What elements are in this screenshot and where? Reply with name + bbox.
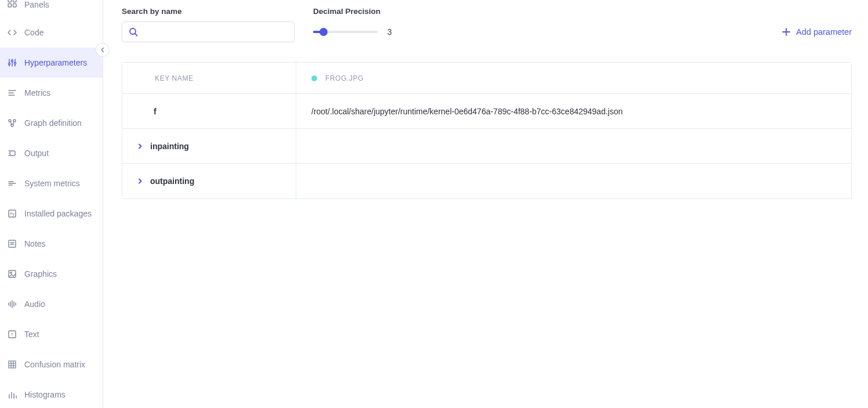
sidebar-item-label: System metrics (24, 179, 80, 188)
precision-row: 3 (313, 21, 392, 42)
sidebar-item-label: Confusion matrix (24, 360, 85, 369)
slider-thumb (319, 28, 328, 36)
svg-text:Py: Py (10, 212, 15, 216)
text-icon: T (7, 329, 17, 340)
key-name: f (154, 107, 157, 116)
sidebar-item-label: Output (24, 149, 49, 158)
sidebar-item-confusion-matrix[interactable]: Confusion matrix (0, 349, 103, 380)
header-key-label: KEY NAME (155, 74, 194, 82)
output-icon (7, 148, 17, 158)
sidebar-item-label: Panels (24, 0, 49, 9)
key-cell: outpainting (122, 164, 296, 198)
table-row: inpainting (122, 129, 851, 164)
key-cell: f (122, 94, 296, 128)
sidebar-item-installed-packages[interactable]: Py Installed packages (0, 198, 103, 229)
search-icon (129, 27, 138, 37)
sidebar-item-metrics[interactable]: Metrics (0, 78, 103, 108)
value-cell: /root/.local/share/jupyter/runtime/kerne… (296, 94, 851, 128)
sidebar-item-histograms[interactable]: Histograms (0, 380, 103, 408)
expand-row-button[interactable] (136, 177, 144, 185)
svg-rect-2 (8, 4, 12, 8)
header-value-cell: FROG.JPG (296, 63, 851, 93)
chevron-right-icon (137, 143, 143, 149)
svg-rect-0 (8, 0, 12, 2)
svg-rect-35 (9, 361, 16, 368)
precision-label: Decimal Precision (313, 7, 392, 16)
sidebar-item-notes[interactable]: Notes (0, 229, 103, 259)
histogram-icon (7, 389, 17, 400)
graph-icon (7, 118, 17, 128)
sidebar-item-label: Metrics (24, 88, 50, 98)
metrics-icon (7, 88, 17, 98)
sidebar-item-label: Installed packages (24, 209, 92, 218)
sidebar-item-panels[interactable]: Panels (0, 0, 103, 17)
sidebar-item-label: Notes (24, 239, 46, 248)
svg-text:T: T (11, 333, 14, 337)
svg-rect-23 (9, 240, 16, 247)
table-row: outpainting (122, 164, 851, 198)
svg-point-7 (8, 63, 10, 64)
svg-line-45 (135, 34, 137, 36)
plus-icon (782, 28, 790, 36)
sidebar-item-label: Audio (24, 299, 45, 309)
svg-point-9 (14, 62, 16, 64)
sidebar-item-label: Graphics (24, 269, 57, 279)
sidebar-collapse-button[interactable] (96, 43, 110, 57)
search-wrap (122, 21, 295, 42)
sidebar-item-graph-definition[interactable]: Graph definition (0, 108, 103, 138)
svg-rect-1 (13, 0, 17, 2)
search-group: Search by name (122, 7, 295, 42)
header-value-label: FROG.JPG (325, 74, 364, 82)
sidebar-item-output[interactable]: Output (0, 138, 103, 168)
svg-point-27 (10, 272, 12, 273)
status-dot-icon (311, 75, 317, 81)
value-cell (296, 129, 851, 163)
matrix-icon (7, 359, 17, 370)
precision-value: 3 (387, 27, 392, 37)
hyperparameters-table: KEY NAME FROG.JPG f /root/.local/share/j… (122, 62, 852, 199)
search-label: Search by name (122, 7, 295, 16)
sidebar-item-text[interactable]: T Text (0, 319, 103, 349)
toolbar: Search by name Decimal Precision 3 (122, 7, 852, 42)
notes-icon (7, 239, 17, 249)
svg-rect-3 (13, 4, 17, 8)
table-header-row: KEY NAME FROG.JPG (122, 63, 851, 94)
code-icon (7, 27, 17, 38)
audio-icon (7, 299, 17, 309)
panels-icon (7, 0, 17, 8)
key-name: inpainting (150, 142, 189, 151)
sidebar-item-audio[interactable]: Audio (0, 289, 103, 319)
sidebar-item-label: Hyperparameters (24, 58, 87, 67)
svg-line-17 (13, 122, 14, 125)
header-key-cell: KEY NAME (122, 63, 296, 93)
sliders-icon (7, 57, 17, 68)
main-content: Search by name Decimal Precision 3 (103, 0, 868, 408)
search-input[interactable] (122, 21, 295, 42)
table-row: f /root/.local/share/jupyter/runtime/ker… (122, 94, 851, 129)
sidebar: Panels Code Hyperparameters Metrics (0, 0, 103, 408)
add-parameter-button[interactable]: Add parameter (782, 21, 852, 42)
value-cell (296, 164, 851, 198)
sidebar-item-label: Histograms (24, 390, 66, 399)
expand-row-button[interactable] (136, 142, 144, 150)
sidebar-item-label: Text (24, 330, 39, 339)
add-parameter-label: Add parameter (796, 27, 852, 37)
svg-point-8 (11, 60, 13, 62)
precision-group: Decimal Precision 3 (313, 7, 392, 42)
package-icon: Py (7, 208, 17, 219)
system-metrics-icon (7, 178, 17, 189)
sidebar-item-graphics[interactable]: Graphics (0, 259, 103, 289)
sidebar-item-hyperparameters[interactable]: Hyperparameters (0, 48, 103, 78)
image-icon (7, 269, 17, 279)
chevron-left-icon (100, 47, 106, 53)
precision-slider[interactable] (313, 31, 378, 33)
sidebar-item-label: Code (24, 28, 43, 37)
key-cell: inpainting (122, 129, 296, 163)
sidebar-item-label: Graph definition (24, 118, 82, 128)
sidebar-item-code[interactable]: Code (0, 17, 103, 48)
chevron-right-icon (137, 178, 143, 184)
key-name: outpainting (150, 176, 194, 186)
sidebar-item-system-metrics[interactable]: System metrics (0, 168, 103, 198)
svg-line-16 (10, 122, 12, 125)
